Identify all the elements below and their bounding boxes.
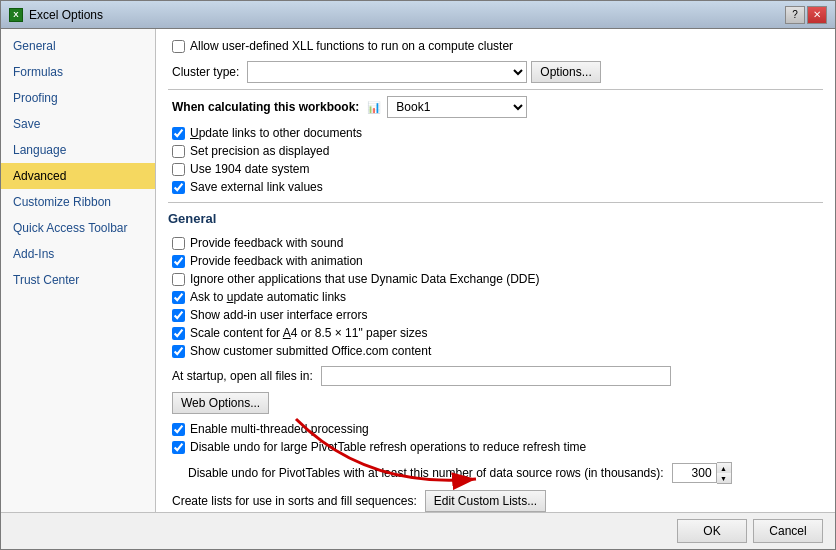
spinner-down[interactable]: ▼ <box>717 473 731 483</box>
general-checkbox-3: Ask to update automatic links <box>168 288 823 306</box>
calc-checkbox-0: Update links to other documents <box>168 124 823 142</box>
disable-undo-input[interactable] <box>672 463 717 483</box>
cluster-type-label: Cluster type: <box>172 65 239 79</box>
sidebar-item-formulas[interactable]: Formulas <box>1 59 155 85</box>
general-checkbox-4: Show add-in user interface errors <box>168 306 823 324</box>
when-calculating-row: When calculating this workbook: 📊 Book1 <box>168 96 823 118</box>
workbook-excel-icon: 📊 <box>367 101 381 114</box>
dialog-body: General Formulas Proofing Save Language … <box>1 29 835 512</box>
web-options-button[interactable]: Web Options... <box>172 392 269 414</box>
general-checkbox-dde[interactable] <box>172 273 185 286</box>
workbook-select[interactable]: Book1 <box>387 96 527 118</box>
ok-button[interactable]: OK <box>677 519 747 543</box>
general-checkbox-2: Ignore other applications that use Dynam… <box>168 270 823 288</box>
startup-label: At startup, open all files in: <box>172 369 313 383</box>
general-label-0: Provide feedback with sound <box>190 236 343 250</box>
sidebar-item-quick-access[interactable]: Quick Access Toolbar <box>1 215 155 241</box>
calc-checkbox-2: Use 1904 date system <box>168 160 823 178</box>
general-label-1: Provide feedback with animation <box>190 254 363 268</box>
title-bar: X Excel Options ? ✕ <box>1 1 835 29</box>
title-buttons: ? ✕ <box>785 6 827 24</box>
excel-options-dialog: X Excel Options ? ✕ General Formulas Pro… <box>0 0 836 550</box>
general-label-4: Show add-in user interface errors <box>190 308 367 322</box>
dialog-title: Excel Options <box>29 8 103 22</box>
divider-1 <box>168 89 823 90</box>
sidebar-item-add-ins[interactable]: Add-Ins <box>1 241 155 267</box>
calc-checkbox-1: Set precision as displayed <box>168 142 823 160</box>
general-label-6: Show customer submitted Office.com conte… <box>190 344 431 358</box>
disable-undo-input-container: ▲ ▼ <box>672 462 732 484</box>
general-checkbox-ask-update[interactable] <box>172 291 185 304</box>
general-checkbox-5: Scale content for A4 or 8.5 × 11" paper … <box>168 324 823 342</box>
bottom-bar: OK Cancel <box>1 512 835 549</box>
startup-input[interactable] <box>321 366 671 386</box>
disable-undo-number-row: Disable undo for PivotTables with at lea… <box>168 462 823 484</box>
disable-undo-spinner: ▲ ▼ <box>717 462 732 484</box>
general-label-5: Scale content for A4 or 8.5 × 11" paper … <box>190 326 427 340</box>
general-checkbox-1: Provide feedback with animation <box>168 252 823 270</box>
general-section-header: General <box>168 211 823 228</box>
workbook-dropdown-container: 📊 Book1 <box>367 96 527 118</box>
calc-checkbox-save-external[interactable] <box>172 181 185 194</box>
general-checkbox-sound[interactable] <box>172 237 185 250</box>
when-calculating-label: When calculating this workbook: <box>172 100 359 114</box>
processing-checkbox-disable-undo[interactable] <box>172 441 185 454</box>
sidebar-item-general[interactable]: General <box>1 33 155 59</box>
general-checkbox-0: Provide feedback with sound <box>168 234 823 252</box>
help-button[interactable]: ? <box>785 6 805 24</box>
calc-checkbox-1904[interactable] <box>172 163 185 176</box>
startup-row: At startup, open all files in: <box>168 366 823 386</box>
edit-custom-lists-button[interactable]: Edit Custom Lists... <box>425 490 546 512</box>
sidebar-item-advanced[interactable]: Advanced <box>1 163 155 189</box>
general-checkbox-animation[interactable] <box>172 255 185 268</box>
title-bar-left: X Excel Options <box>9 8 103 22</box>
calc-label-0: Update links to other documents <box>190 126 362 140</box>
xll-checkbox-row: Allow user-defined XLL functions to run … <box>168 37 823 55</box>
cluster-type-dropdown-container: Options... <box>247 61 600 83</box>
create-lists-row: Create lists for use in sorts and fill s… <box>168 490 823 512</box>
sidebar-item-save[interactable]: Save <box>1 111 155 137</box>
general-label-3: Ask to update automatic links <box>190 290 346 304</box>
xll-label: Allow user-defined XLL functions to run … <box>190 39 513 53</box>
spinner-up[interactable]: ▲ <box>717 463 731 473</box>
cluster-options-button[interactable]: Options... <box>531 61 600 83</box>
sidebar-item-trust-center[interactable]: Trust Center <box>1 267 155 293</box>
disable-undo-label: Disable undo for PivotTables with at lea… <box>188 466 664 480</box>
sidebar-item-language[interactable]: Language <box>1 137 155 163</box>
calc-checkbox-update-links[interactable] <box>172 127 185 140</box>
processing-checkbox-1: Disable undo for large PivotTable refres… <box>168 438 823 456</box>
processing-label-0: Enable multi-threaded processing <box>190 422 369 436</box>
calc-checkbox-precision[interactable] <box>172 145 185 158</box>
cancel-button[interactable]: Cancel <box>753 519 823 543</box>
general-checkbox-office-content[interactable] <box>172 345 185 358</box>
app-icon: X <box>9 8 23 22</box>
xll-checkbox[interactable] <box>172 40 185 53</box>
sidebar-item-customize-ribbon[interactable]: Customize Ribbon <box>1 189 155 215</box>
processing-label-1: Disable undo for large PivotTable refres… <box>190 440 586 454</box>
general-checkbox-addin-errors[interactable] <box>172 309 185 322</box>
general-checkbox-6: Show customer submitted Office.com conte… <box>168 342 823 360</box>
close-button[interactable]: ✕ <box>807 6 827 24</box>
main-content: Allow user-defined XLL functions to run … <box>156 29 835 512</box>
web-options-row: Web Options... <box>168 392 823 414</box>
sidebar: General Formulas Proofing Save Language … <box>1 29 156 512</box>
divider-2 <box>168 202 823 203</box>
calc-checkbox-3: Save external link values <box>168 178 823 196</box>
create-lists-label: Create lists for use in sorts and fill s… <box>172 494 417 508</box>
processing-checkbox-multithreaded[interactable] <box>172 423 185 436</box>
cluster-type-select[interactable] <box>247 61 527 83</box>
sidebar-item-proofing[interactable]: Proofing <box>1 85 155 111</box>
general-checkbox-scale-content[interactable] <box>172 327 185 340</box>
cluster-type-row: Cluster type: Options... <box>168 61 823 83</box>
general-label-2: Ignore other applications that use Dynam… <box>190 272 540 286</box>
calc-label-2: Use 1904 date system <box>190 162 309 176</box>
processing-checkbox-0: Enable multi-threaded processing <box>168 420 823 438</box>
calc-label-3: Save external link values <box>190 180 323 194</box>
calc-label-1: Set precision as displayed <box>190 144 329 158</box>
